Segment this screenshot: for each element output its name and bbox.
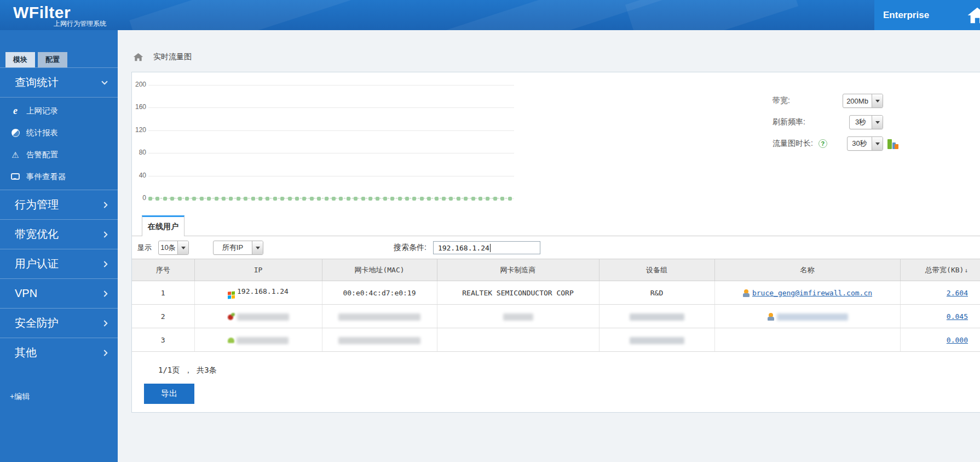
- col-header-bandwidth[interactable]: 总带宽(KB)↓: [900, 259, 980, 281]
- sidebar-edit-link[interactable]: +编辑: [10, 392, 30, 402]
- col-header-mac[interactable]: 网卡地址(MAC): [322, 259, 437, 281]
- duration-control-row: 流量图时长: ? 30秒: [773, 136, 883, 151]
- page-size-select[interactable]: 10条: [158, 241, 189, 255]
- sidebar-section-security[interactable]: 安全防护: [0, 308, 118, 338]
- traffic-data-point: [508, 197, 512, 201]
- chevron-down-icon: [101, 78, 107, 84]
- cell-group: [599, 328, 714, 352]
- bandwidth-link[interactable]: 0.045: [947, 312, 968, 321]
- refresh-rate-select[interactable]: 3秒: [849, 115, 883, 129]
- chevron-right-icon: [101, 261, 107, 267]
- sidebar-item-label: 告警配置: [26, 150, 58, 160]
- refresh-control-row: 刷新频率: 3秒: [773, 115, 883, 130]
- chevron-right-icon: [101, 290, 107, 296]
- traffic-data-point: [442, 197, 446, 201]
- traffic-data-point: [148, 197, 152, 201]
- sidebar-menu: 查询统计 e 上网记录 统计报表 ⚠ 告警配置 事件查看器: [0, 67, 118, 367]
- traffic-data-point: [412, 197, 416, 201]
- traffic-data-point: [325, 197, 328, 201]
- app-header: WFilter 上网行为管理系统 Enterprise: [0, 0, 980, 30]
- tab-bar: 在线用户: [132, 216, 980, 236]
- sidebar-item-statistic-reports[interactable]: 统计报表: [0, 122, 118, 144]
- search-input[interactable]: 192.168.1.24: [433, 241, 540, 254]
- traffic-data-point: [383, 197, 387, 201]
- bar-chart-icon[interactable]: [887, 139, 901, 149]
- sidebar-item-event-viewer[interactable]: 事件查看器: [0, 166, 118, 187]
- cell-name: [714, 328, 900, 352]
- col-header-ip[interactable]: IP: [194, 259, 322, 281]
- traffic-data-point: [500, 197, 504, 201]
- ip-filter-select[interactable]: 所有IP: [213, 241, 263, 255]
- app-logo-subtitle: 上网行为管理系统: [54, 19, 106, 28]
- sidebar-submenu-query-stats: e 上网记录 统计报表 ⚠ 告警配置 事件查看器: [0, 97, 118, 190]
- chart-gridline: [148, 107, 514, 108]
- windows-icon: [228, 291, 235, 299]
- sidebar-section-behavior[interactable]: 行为管理: [0, 190, 118, 219]
- traffic-data-point: [376, 197, 379, 201]
- traffic-data-point: [185, 197, 189, 201]
- sidebar-section-vpn[interactable]: VPN: [0, 278, 118, 308]
- online-users-table: 序号 IP 网卡地址(MAC) 网卡制造商 设备组 名称 总带宽(KB)↓ 11…: [132, 259, 980, 352]
- online-users-table-body: 1192.168.1.2400:e0:4c:d7:e0:19REALTEK SE…: [132, 281, 980, 352]
- cell-mac: [322, 305, 437, 328]
- sidebar-item-alert-config[interactable]: ⚠ 告警配置: [0, 144, 118, 166]
- chart-gridline: [148, 85, 514, 85]
- col-header-group[interactable]: 设备组: [599, 259, 714, 281]
- traffic-data-point: [192, 197, 196, 201]
- traffic-data-point: [398, 197, 402, 201]
- traffic-data-point: [339, 197, 343, 201]
- tab-online-users[interactable]: 在线用户: [142, 215, 185, 236]
- col-header-name[interactable]: 名称: [714, 259, 900, 281]
- help-icon[interactable]: ?: [818, 139, 827, 148]
- sidebar-section-bandwidth[interactable]: 带宽优化: [0, 219, 118, 249]
- traffic-data-point: [464, 197, 468, 201]
- export-button[interactable]: 导出: [144, 384, 194, 404]
- bandwidth-select[interactable]: 200Mb: [843, 94, 883, 108]
- user-name-link[interactable]: bruce_geng@imfirewall.com.cn: [752, 289, 872, 297]
- chart-gridline: [148, 130, 514, 131]
- sidebar-section-others[interactable]: 其他: [0, 338, 118, 367]
- traffic-data-point: [258, 197, 262, 201]
- bandwidth-link[interactable]: 2.604: [947, 289, 968, 297]
- traffic-data-point: [435, 197, 439, 201]
- traffic-data-point: [273, 197, 277, 201]
- cell-vendor: [437, 328, 599, 352]
- report-icon: [10, 129, 21, 137]
- cell-bandwidth: 0.000: [900, 328, 980, 352]
- chevron-right-icon: [101, 320, 107, 326]
- traffic-data-point: [302, 197, 306, 201]
- duration-select[interactable]: 30秒: [847, 136, 883, 151]
- list-controls: 显示 10条 所有IP 搜索条件: 192.168.1.24: [132, 237, 980, 259]
- cell-vendor: REALTEK SEMICONDUCTOR CORP: [437, 281, 599, 305]
- traffic-data-point: [207, 197, 211, 201]
- table-row: 20.045: [132, 305, 980, 328]
- chart-gridline: [148, 176, 514, 176]
- search-input-value: 192.168.1.24: [438, 244, 489, 252]
- sidebar-tab-config[interactable]: 配置: [38, 52, 67, 67]
- duration-select-value: 30秒: [848, 137, 872, 150]
- y-axis-tick-label: 40: [132, 172, 146, 179]
- home-icon[interactable]: [133, 53, 143, 61]
- traffic-data-point: [457, 197, 460, 201]
- cell-group: [599, 305, 714, 328]
- traffic-data-point: [280, 197, 284, 201]
- home-icon-partial[interactable]: [967, 7, 980, 24]
- sidebar-section-auth[interactable]: 用户认证: [0, 249, 118, 278]
- chevron-right-icon: [101, 231, 107, 237]
- traffic-data-point: [493, 197, 497, 201]
- traffic-data-point: [332, 197, 336, 201]
- sidebar-section-query-stats[interactable]: 查询统计: [0, 67, 118, 97]
- traffic-data-point: [486, 197, 489, 201]
- sidebar-item-web-records[interactable]: e 上网记录: [0, 100, 118, 122]
- y-axis-tick-label: 200: [132, 81, 146, 88]
- cell-index: 1: [132, 281, 194, 305]
- col-header-index[interactable]: 序号: [132, 259, 194, 281]
- traffic-data-point: [244, 197, 247, 201]
- search-label: 搜索条件:: [394, 243, 426, 253]
- cell-bandwidth: 0.045: [900, 305, 980, 328]
- sidebar-tab-modules[interactable]: 模块: [5, 52, 35, 67]
- bandwidth-link[interactable]: 0.000: [947, 336, 968, 344]
- col-header-vendor[interactable]: 网卡制造商: [437, 259, 599, 281]
- pagination-info: 1/1页 ， 共3条: [158, 366, 217, 375]
- cell-name: bruce_geng@imfirewall.com.cn: [714, 281, 900, 305]
